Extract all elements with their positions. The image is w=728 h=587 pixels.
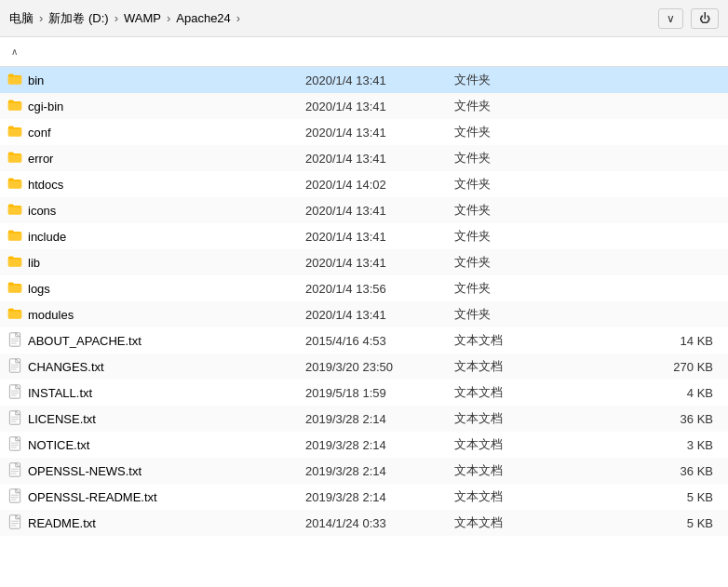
cell-type: 文本文档 <box>454 410 566 427</box>
cell-type: 文件夹 <box>454 124 566 140</box>
file-name-label: ABOUT_APACHE.txt <box>28 334 142 348</box>
breadcrumb-apache24[interactable]: Apache24 <box>176 11 231 25</box>
breadcrumb-sep-2: › <box>115 11 118 25</box>
cell-type: 文件夹 <box>454 228 566 245</box>
folder-icon <box>7 72 22 89</box>
cell-size: 3 KB <box>566 438 721 452</box>
file-name-label: lib <box>28 256 40 270</box>
svg-rect-24 <box>9 488 20 501</box>
cell-type: 文本文档 <box>454 332 566 349</box>
file-icon <box>7 384 22 402</box>
cell-date: 2020/1/4 14:02 <box>305 178 454 192</box>
file-name-label: icons <box>28 204 56 218</box>
file-row[interactable]: lib 2020/1/4 13:41 文件夹 <box>0 249 728 275</box>
cell-name: modules <box>7 306 305 324</box>
file-row[interactable]: logs 2020/1/4 13:56 文件夹 <box>0 275 728 301</box>
cell-type: 文本文档 <box>454 488 566 505</box>
cell-name: cgi-bin <box>7 98 305 115</box>
file-row[interactable]: OPENSSL-NEWS.txt 2019/3/28 2:14 文本文档 36 … <box>0 458 728 484</box>
file-row[interactable]: OPENSSL-README.txt 2019/3/28 2:14 文本文档 5… <box>0 484 728 510</box>
cell-name: CHANGES.txt <box>7 358 305 376</box>
file-row[interactable]: htdocs 2020/1/4 14:02 文件夹 <box>0 171 728 197</box>
breadcrumb-dropdown-btn[interactable]: ∨ <box>658 8 683 29</box>
file-row[interactable]: cgi-bin 2020/1/4 13:41 文件夹 <box>0 93 728 119</box>
file-row[interactable]: ABOUT_APACHE.txt 2015/4/16 4:53 文本文档 14 … <box>0 327 728 354</box>
cell-date: 2020/1/4 13:41 <box>305 73 454 87</box>
file-name-label: logs <box>28 282 50 296</box>
breadcrumb-sep-1: › <box>39 11 43 25</box>
folder-icon <box>7 176 22 193</box>
cell-date: 2019/3/28 2:14 <box>305 490 454 504</box>
svg-rect-20 <box>9 462 20 475</box>
breadcrumb-power-btn[interactable]: ⏻ <box>691 8 719 29</box>
file-icon <box>7 488 22 506</box>
col-header-name[interactable]: ∧ <box>7 47 305 57</box>
cell-type: 文本文档 <box>454 358 566 375</box>
file-row[interactable]: bin 2020/1/4 13:41 文件夹 <box>0 67 728 93</box>
cell-name: lib <box>7 254 305 272</box>
file-name-label: INSTALL.txt <box>28 386 92 400</box>
breadcrumb-bar: 电脑 › 新加卷 (D:) › WAMP › Apache24 › ∨ ⏻ <box>0 0 728 37</box>
file-name-label: htdocs <box>28 178 63 192</box>
cell-name: OPENSSL-NEWS.txt <box>7 462 305 480</box>
cell-size: 36 KB <box>566 412 721 426</box>
file-row[interactable]: LICENSE.txt 2019/3/28 2:14 文本文档 36 KB <box>0 406 728 432</box>
file-row[interactable]: modules 2020/1/4 13:41 文件夹 <box>0 301 728 327</box>
file-name-label: README.txt <box>28 516 96 530</box>
folder-icon <box>7 280 22 298</box>
cell-name: LICENSE.txt <box>7 410 305 428</box>
breadcrumb-drive[interactable]: 新加卷 (D:) <box>48 10 108 27</box>
file-name-label: LICENSE.txt <box>28 412 96 426</box>
breadcrumb-sep-4: › <box>236 11 240 25</box>
file-name-label: modules <box>28 308 74 322</box>
file-name-label: bin <box>28 73 44 87</box>
cell-size: 5 KB <box>566 516 721 530</box>
file-icon <box>7 462 22 480</box>
folder-icon <box>7 98 22 115</box>
cell-type: 文件夹 <box>454 254 566 271</box>
breadcrumb-wamp[interactable]: WAMP <box>124 11 161 25</box>
cell-type: 文件夹 <box>454 98 566 114</box>
file-row[interactable]: CHANGES.txt 2019/3/20 23:50 文本文档 270 KB <box>0 354 728 380</box>
cell-name: logs <box>7 280 305 298</box>
folder-icon <box>7 150 22 167</box>
cell-name: ABOUT_APACHE.txt <box>7 332 305 350</box>
breadcrumb-computer[interactable]: 电脑 <box>9 10 34 27</box>
breadcrumb-sep-3: › <box>167 11 170 25</box>
file-icon <box>7 436 22 454</box>
cell-size: 36 KB <box>566 464 721 478</box>
file-name-label: NOTICE.txt <box>28 438 89 452</box>
file-name-label: include <box>28 230 66 244</box>
cell-type: 文件夹 <box>454 306 566 323</box>
file-icon <box>7 514 22 532</box>
svg-rect-4 <box>9 358 20 371</box>
sort-arrow-icon: ∧ <box>11 47 18 57</box>
cell-name: error <box>7 150 305 167</box>
file-row[interactable]: include 2020/1/4 13:41 文件夹 <box>0 223 728 249</box>
cell-date: 2020/1/4 13:41 <box>305 204 454 218</box>
cell-date: 2020/1/4 13:41 <box>305 308 454 322</box>
file-row[interactable]: INSTALL.txt 2019/5/18 1:59 文本文档 4 KB <box>0 380 728 406</box>
cell-date: 2019/3/28 2:14 <box>305 464 454 478</box>
cell-name: OPENSSL-README.txt <box>7 488 305 506</box>
cell-size: 14 KB <box>566 334 721 348</box>
cell-date: 2020/1/4 13:56 <box>305 282 454 296</box>
file-row[interactable]: conf 2020/1/4 13:41 文件夹 <box>0 119 728 145</box>
cell-name: icons <box>7 202 305 220</box>
cell-name: README.txt <box>7 514 305 532</box>
cell-date: 2020/1/4 13:41 <box>305 126 454 140</box>
file-name-label: cgi-bin <box>28 100 63 113</box>
file-row[interactable]: README.txt 2014/1/24 0:33 文本文档 5 KB <box>0 510 728 536</box>
file-list: bin 2020/1/4 13:41 文件夹 cgi-bin 2020/1/4 … <box>0 67 728 587</box>
file-row[interactable]: icons 2020/1/4 13:41 文件夹 <box>0 197 728 223</box>
cell-date: 2019/3/28 2:14 <box>305 412 454 426</box>
svg-rect-16 <box>9 436 20 449</box>
folder-icon <box>7 124 22 141</box>
breadcrumb-controls: ∨ ⏻ <box>658 8 719 29</box>
cell-name: INSTALL.txt <box>7 384 305 402</box>
file-row[interactable]: NOTICE.txt 2019/3/28 2:14 文本文档 3 KB <box>0 432 728 458</box>
cell-name: NOTICE.txt <box>7 436 305 454</box>
file-row[interactable]: error 2020/1/4 13:41 文件夹 <box>0 145 728 171</box>
svg-rect-12 <box>9 410 20 423</box>
file-name-label: error <box>28 152 53 166</box>
